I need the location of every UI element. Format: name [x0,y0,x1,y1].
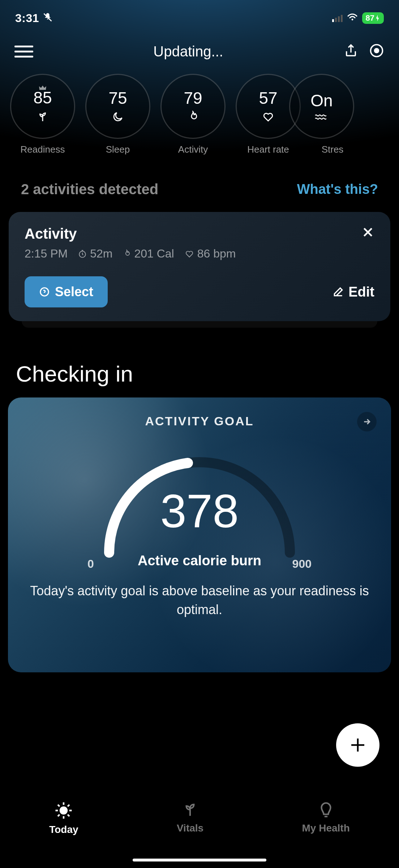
nav-vitals[interactable]: Vitals [177,801,203,834]
goal-label: ACTIVITY GOAL [22,414,377,428]
goal-sublabel: Active calorie burn [84,553,315,569]
ring-label: Stres [322,144,344,155]
wave-icon [315,113,329,122]
svg-line-18 [68,805,70,807]
card-shadow [22,321,377,328]
add-button[interactable] [336,723,379,767]
ring-value: 79 [184,88,202,108]
svg-line-17 [58,814,60,816]
activity-card-title: Activity [25,226,77,242]
checking-in-title: Checking in [0,328,399,397]
goal-max: 900 [292,557,312,571]
whats-this-link[interactable]: What's this? [297,182,378,197]
goal-value: 378 [84,484,315,538]
ring-value: On [310,91,332,110]
activity-bpm: 86 bpm [184,247,236,260]
goal-min: 0 [87,557,94,571]
ring-label: Heart rate [247,144,289,155]
nav-today[interactable]: Today [49,801,78,835]
goal-description: Today's activity goal is above baseline … [22,582,377,619]
bottom-nav: Today Vitals My Health [0,792,399,868]
edit-button[interactable]: Edit [332,284,374,300]
select-button[interactable]: Select [25,276,108,307]
ring-readiness[interactable]: 85 Readiness [10,74,75,155]
status-bar: 3:31 87 [0,0,399,33]
sprout-icon [36,110,49,125]
activities-detected-row: 2 activities detected What's this? [0,155,399,206]
activity-goal-card[interactable]: ACTIVITY GOAL 378 Active calorie burn 0 … [8,397,391,672]
heart-icon [262,111,274,124]
home-indicator [133,859,266,861]
ring-sleep[interactable]: 75 Sleep [85,74,150,155]
status-time: 3:31 [15,12,39,25]
nav-my-health[interactable]: My Health [302,801,350,834]
ring-value: 75 [108,88,127,108]
score-ring-row: 85 Readiness 75 Sleep 79 [0,67,399,155]
cellular-signal-icon [332,14,343,22]
ring-label: Readiness [21,144,65,155]
flame-icon [187,111,199,124]
svg-point-1 [351,19,353,21]
menu-button[interactable] [14,46,33,58]
ring-value: 57 [259,88,277,108]
moon-icon [112,111,124,124]
nav-myhealth-label: My Health [302,822,350,834]
goal-gauge: 378 Active calorie burn 0 900 [84,441,315,571]
battery-indicator: 87 [362,12,384,24]
share-icon[interactable] [343,43,359,60]
ring-label: Sleep [106,144,130,155]
activity-calories: 201 Cal [123,247,174,260]
silent-icon [43,12,53,24]
activity-time: 2:15 PM [25,247,68,260]
activities-detected-text: 2 activities detected [21,181,158,197]
nav-vitals-label: Vitals [177,822,203,834]
wifi-icon [347,13,358,23]
svg-point-3 [375,49,379,53]
svg-line-16 [68,814,70,816]
target-icon[interactable] [369,43,385,60]
ring-stress[interactable]: On Stres [311,74,354,155]
activity-card: Activity 2:15 PM 52m 201 Cal 86 bpm [9,212,390,321]
app-header: Updating... [0,33,399,67]
close-icon[interactable] [361,226,374,240]
crown-icon [39,85,47,93]
page-title: Updating... [153,43,223,60]
activity-duration: 52m [78,247,112,260]
svg-point-10 [60,807,67,814]
svg-line-15 [58,805,60,807]
chevron-right-icon[interactable] [357,412,377,431]
nav-today-label: Today [49,824,78,835]
ring-activity[interactable]: 79 Activity [160,74,226,155]
ring-label: Activity [178,144,208,155]
